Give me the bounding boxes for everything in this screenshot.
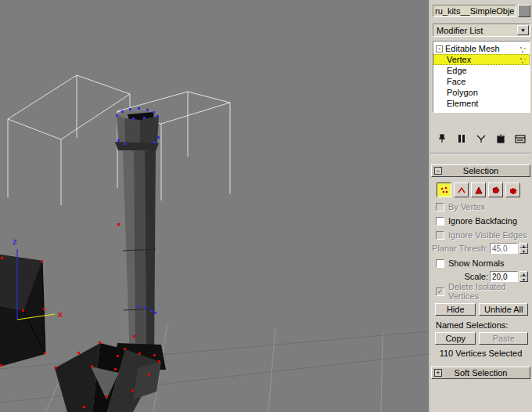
selection-status-text: 110 Vertices Selected <box>430 349 532 358</box>
checkbox-box <box>436 259 444 268</box>
by-vertex-checkbox[interactable]: By Vertex <box>436 202 532 211</box>
expand-plus-icon[interactable]: + <box>434 369 442 377</box>
checkbox-label: Show Normals <box>448 258 505 268</box>
rollout-title: Selection <box>432 166 530 175</box>
stack-item-editable-mesh[interactable]: - Editable Mesh <box>433 43 530 54</box>
spin-down-icon[interactable]: ▼ <box>519 248 528 254</box>
object-name-field[interactable] <box>433 5 516 17</box>
axis-z-label: Z <box>13 238 17 246</box>
scale-spinner-row: Scale: 20,0 ▲ ▼ <box>430 270 528 282</box>
checkbox-label: Ignore Backfacing <box>448 216 517 226</box>
planar-thresh-input[interactable]: 45,0 <box>490 243 518 254</box>
stack-item-label: Editable Mesh <box>445 44 500 53</box>
spinner-label: Scale: <box>464 272 488 281</box>
spin-down-icon[interactable]: ▼ <box>519 276 528 282</box>
edge-mode-button[interactable] <box>454 183 469 197</box>
3ds-max-window: Z X <box>0 0 532 412</box>
copy-paste-row: Copy Paste <box>435 332 528 345</box>
stack-item-vertex[interactable]: Vertex <box>433 54 530 65</box>
make-unique-button[interactable] <box>474 132 488 145</box>
spinner-label: Planar Thresh: <box>432 244 488 253</box>
element-mode-button[interactable] <box>505 183 520 197</box>
viewport-3d-scene[interactable]: Z X <box>0 0 429 412</box>
stack-item-label: Polygon <box>447 88 478 97</box>
object-color-swatch[interactable] <box>518 5 530 17</box>
show-normals-checkbox[interactable]: Show Normals <box>436 258 532 268</box>
polygon-mode-button[interactable] <box>488 183 503 197</box>
rollout-title: Soft Selection <box>432 368 530 378</box>
stack-item-element[interactable]: Element <box>433 98 530 109</box>
show-end-result-button[interactable] <box>455 132 469 145</box>
panel-divider <box>430 153 531 154</box>
checkbox-box <box>436 217 444 226</box>
vertex-mode-button[interactable] <box>437 183 451 197</box>
selection-rollout-header[interactable]: - Selection <box>431 164 530 177</box>
stack-item-face[interactable]: Face <box>433 76 530 87</box>
modifier-stack-list: - Editable Mesh Vertex Edge Face Polygon <box>433 41 530 113</box>
hide-button[interactable]: Hide <box>435 303 476 316</box>
delete-isolated-vertices-checkbox[interactable]: ✓ Delete Isolated Vertices <box>436 287 532 296</box>
pin-stack-button[interactable] <box>435 132 449 145</box>
stack-item-label: Edge <box>447 66 467 75</box>
stack-item-label: Element <box>447 99 478 108</box>
stack-item-edge[interactable]: Edge <box>433 65 530 76</box>
planar-thresh-spinner-row: Planar Thresh: 45,0 ▲ ▼ <box>430 242 528 254</box>
collapse-minus-icon[interactable]: - <box>434 167 442 175</box>
subobject-mode-row <box>437 183 532 197</box>
paste-button[interactable]: Paste <box>479 332 528 345</box>
stack-item-label: Face <box>447 77 466 86</box>
hide-button-row: Hide Unhide All <box>435 303 528 316</box>
perspective-viewport[interactable]: Z X <box>0 0 429 412</box>
face-mode-button[interactable] <box>471 183 486 197</box>
modifier-list-label: Modifier List <box>437 26 517 35</box>
soft-selection-rollout-header[interactable]: + Soft Selection <box>431 367 530 379</box>
scale-input[interactable]: 20,0 <box>490 271 518 282</box>
unhide-all-button[interactable]: Unhide All <box>479 303 528 316</box>
stack-item-polygon[interactable]: Polygon <box>433 87 530 98</box>
configure-modifier-sets-button[interactable] <box>513 132 527 145</box>
object-name-row <box>433 5 530 17</box>
checkbox-box <box>436 203 444 211</box>
checkbox-label: By Vertex <box>448 202 485 211</box>
checkbox-label: Ignore Visible Edges <box>448 230 527 240</box>
modifier-list-dropdown[interactable]: Modifier List ▼ <box>433 23 530 37</box>
command-panel: Modifier List ▼ - Editable Mesh Vertex E… <box>429 0 532 412</box>
remove-modifier-button[interactable] <box>494 132 508 145</box>
axis-x-label: X <box>58 311 63 319</box>
stack-item-label: Vertex <box>447 55 471 64</box>
named-selections-label: Named Selections: <box>436 320 532 330</box>
checkbox-label: Delete Isolated Vertices <box>448 282 532 301</box>
ignore-visible-edges-checkbox[interactable]: Ignore Visible Edges <box>436 230 532 240</box>
stack-toolbar <box>435 132 530 146</box>
spin-up-icon[interactable]: ▲ <box>519 271 528 276</box>
spinner-arrows[interactable]: ▲ ▼ <box>519 271 528 282</box>
spinner-arrows[interactable]: ▲ ▼ <box>519 243 528 254</box>
chevron-down-icon: ▼ <box>517 25 529 35</box>
spin-up-icon[interactable]: ▲ <box>519 243 528 248</box>
checkbox-box-checked: ✓ <box>436 287 444 296</box>
tree-collapse-icon[interactable]: - <box>436 45 443 52</box>
ignore-backfacing-checkbox[interactable]: Ignore Backfacing <box>436 216 532 226</box>
copy-button[interactable]: Copy <box>435 332 476 345</box>
checkbox-box <box>436 231 444 240</box>
